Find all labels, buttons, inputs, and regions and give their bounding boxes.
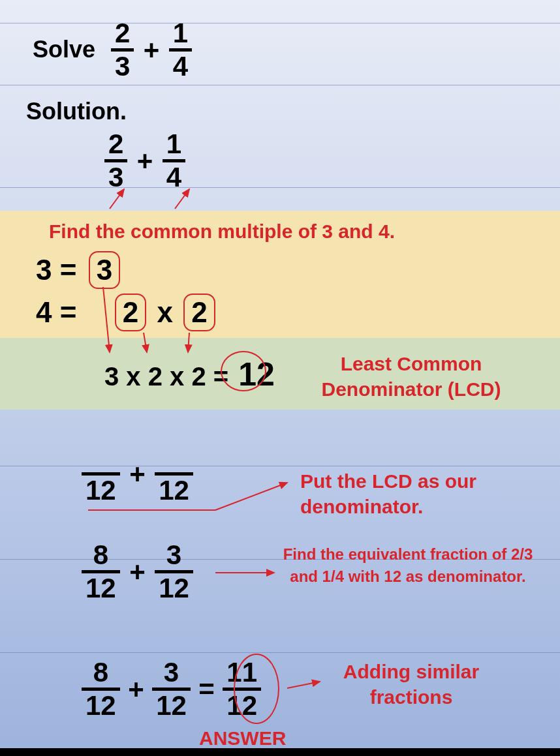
denominator: 3 bbox=[111, 48, 134, 80]
denominator: 4 bbox=[163, 159, 185, 191]
bottom-bar bbox=[0, 748, 560, 756]
rule-line bbox=[0, 85, 560, 85]
find-common-heading: Find the common multiple of 3 and 4. bbox=[49, 220, 395, 243]
factor-row-3: 3 = 3 bbox=[36, 251, 120, 289]
equivalent-note: Find the equivalent fraction of 2/3 and … bbox=[281, 543, 535, 587]
fraction-8-over-12: 8 12 bbox=[82, 659, 120, 719]
denominator-placeholder-expression: 12 + 12 bbox=[82, 444, 193, 504]
denominator-note: Put the LCD as our denominator. bbox=[300, 468, 496, 519]
lcd-circle bbox=[221, 351, 266, 391]
arrow-icon bbox=[215, 483, 287, 510]
denominator: 12 bbox=[82, 570, 120, 602]
lcd-label: Least Common Denominator (LCD) bbox=[281, 351, 542, 402]
numerator-blank bbox=[163, 444, 186, 472]
answer-label: ANSWER bbox=[199, 727, 286, 749]
plus-sign: + bbox=[137, 145, 153, 176]
plus-sign: + bbox=[144, 35, 160, 65]
numerator: 3 bbox=[163, 541, 185, 570]
fraction-2-over-3: 2 3 bbox=[104, 130, 127, 191]
lcd-lhs: 3 x 2 x 2 = bbox=[104, 362, 228, 391]
fraction-blank-over-12: 12 bbox=[155, 444, 193, 504]
fraction-1-over-4: 1 4 bbox=[169, 20, 192, 80]
plus-sign: + bbox=[128, 674, 144, 704]
boxed-factor-3: 3 bbox=[89, 251, 120, 289]
rule-line bbox=[0, 23, 560, 23]
denominator: 12 bbox=[155, 570, 193, 602]
restated-expression: 2 3 + 1 4 bbox=[104, 130, 185, 191]
denominator: 12 bbox=[82, 472, 120, 504]
fraction-2-over-3: 2 3 bbox=[111, 20, 134, 80]
numerator: 2 bbox=[104, 130, 127, 159]
fraction-8-over-12: 8 12 bbox=[82, 541, 120, 602]
rule-line bbox=[0, 187, 560, 188]
fraction-1-over-4: 1 4 bbox=[163, 130, 185, 191]
fraction-3-over-12: 3 12 bbox=[155, 541, 193, 602]
denominator: 3 bbox=[104, 159, 127, 191]
factor-row-4: 4 = 2 x 2 bbox=[36, 294, 215, 331]
denominator: 12 bbox=[152, 688, 191, 719]
denominator: 4 bbox=[169, 48, 192, 80]
denominator: 12 bbox=[155, 472, 193, 504]
boxed-factor-2: 2 bbox=[115, 294, 146, 331]
solve-label: Solve bbox=[33, 36, 95, 63]
lhs: 4 = bbox=[36, 296, 76, 328]
plus-sign: + bbox=[129, 459, 146, 489]
sum-note: Adding similar fractions bbox=[326, 659, 496, 710]
boxed-factor-2: 2 bbox=[183, 294, 215, 331]
numerator-blank bbox=[89, 444, 112, 472]
problem-expression: 2 3 + 1 4 bbox=[111, 20, 192, 80]
solution-label: Solution. bbox=[26, 98, 127, 125]
fraction-3-over-12: 3 12 bbox=[152, 659, 191, 719]
equals-sign: = bbox=[198, 674, 215, 704]
worksheet-page: Solve 2 3 + 1 4 Solution. 2 3 + 1 4 Find… bbox=[0, 0, 560, 756]
rule-line bbox=[0, 652, 560, 653]
numerator: 1 bbox=[169, 20, 192, 48]
plus-sign: + bbox=[129, 556, 146, 587]
numerator: 2 bbox=[111, 20, 134, 48]
answer-circle bbox=[234, 654, 279, 724]
numerator: 8 bbox=[89, 541, 112, 570]
times-sign: x bbox=[157, 296, 173, 328]
arrow-icon bbox=[287, 682, 320, 688]
lhs: 3 = bbox=[36, 254, 76, 286]
numerator: 3 bbox=[160, 659, 183, 688]
fraction-blank-over-12: 12 bbox=[82, 444, 120, 504]
denominator: 12 bbox=[82, 688, 120, 719]
numerator: 1 bbox=[163, 130, 185, 159]
numerator: 8 bbox=[89, 659, 112, 688]
equivalent-fraction-expression: 8 12 + 3 12 bbox=[82, 541, 193, 602]
